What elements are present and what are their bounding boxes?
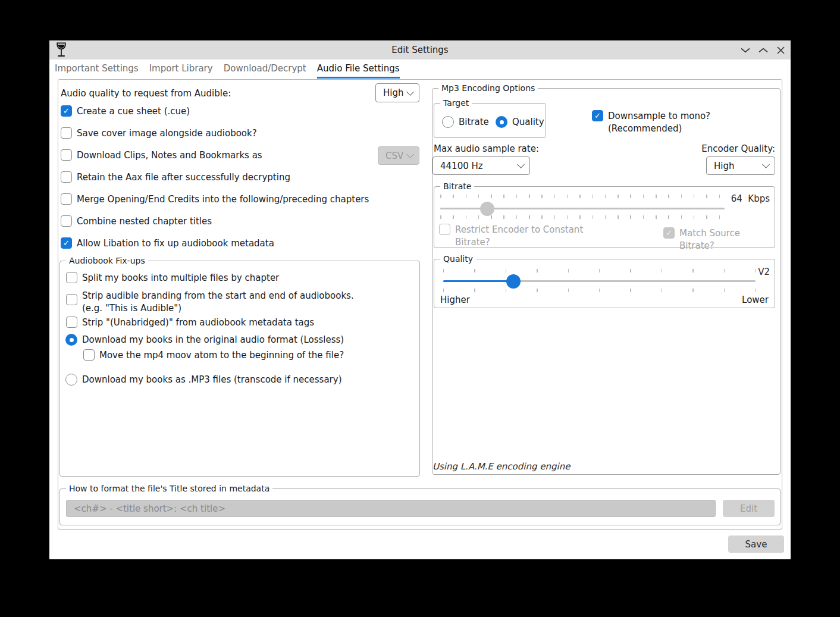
edit-button: Edit bbox=[723, 500, 775, 517]
chevron-down-icon bbox=[741, 48, 750, 53]
option-row: Match Source Bitrate? bbox=[663, 227, 775, 252]
audio-file-settings-panel: Audio quality to request from Audible: H… bbox=[58, 79, 782, 530]
quality-higher-label: Higher bbox=[440, 294, 470, 306]
option-row[interactable]: Retain the Aax file after successfully d… bbox=[61, 171, 290, 184]
sample-rate-value: 44100 Hz bbox=[440, 161, 483, 171]
audio-quality-select[interactable]: High bbox=[375, 83, 419, 102]
option-row[interactable]: Combine nested chapter titles bbox=[61, 215, 212, 228]
sample-rate-label: Max audio sample rate: bbox=[434, 143, 539, 155]
option-row[interactable]: Move the mp4 moov atom to the beginning … bbox=[83, 349, 344, 362]
combine-chapters-label: Combine nested chapter titles bbox=[77, 215, 212, 228]
option-row[interactable]: Strip audible branding from the start an… bbox=[66, 290, 354, 315]
bitrate-legend: Bitrate bbox=[440, 181, 474, 192]
bitrate-slider-thumb bbox=[480, 202, 494, 216]
merge-credits-label: Merge Opening/End Credits into the follo… bbox=[77, 193, 369, 206]
restrict-cbr-label: Restrict Encoder to Constant Bitrate? bbox=[455, 224, 586, 249]
encoder-quality-label: Encoder Quality: bbox=[701, 143, 775, 155]
title-format-input: <ch#> - <title short>: <ch title> bbox=[66, 500, 716, 517]
chevron-down-icon bbox=[406, 88, 414, 96]
save-cover-label: Save cover image alongside audiobook? bbox=[77, 127, 257, 140]
encoding-engine-note: Using L.A.M.E encoding engine bbox=[432, 461, 570, 472]
fixup-metadata-label: Allow Libation to fix up audiobook metad… bbox=[77, 237, 274, 250]
title-format-group: How to format the file's Title stored in… bbox=[59, 488, 781, 525]
moov-atom-checkbox[interactable] bbox=[83, 349, 95, 361]
downsample-mono-checkbox[interactable] bbox=[592, 110, 603, 121]
option-row[interactable]: Strip "(Unabridged)" from audiobook meta… bbox=[66, 317, 314, 329]
option-row[interactable]: Bitrate bbox=[442, 116, 489, 129]
target-legend: Target bbox=[440, 98, 472, 109]
cue-sheet-checkbox[interactable] bbox=[61, 105, 72, 117]
minimize-button[interactable] bbox=[738, 43, 753, 57]
strip-branding-checkbox[interactable] bbox=[66, 294, 77, 305]
tab-audio-file-settings[interactable]: Audio File Settings bbox=[317, 59, 400, 79]
quality-lower-label: Lower bbox=[742, 294, 769, 306]
mp3-encoding-options-legend: Mp3 Encoding Options bbox=[438, 83, 538, 94]
close-icon bbox=[777, 46, 785, 54]
quality-value: V2 bbox=[758, 267, 770, 277]
lossless-label: Download my books in the original audio … bbox=[82, 334, 344, 346]
sample-rate-select[interactable]: 44100 Hz bbox=[432, 156, 530, 175]
title-format-legend: How to format the file's Title stored in… bbox=[66, 483, 272, 494]
save-cover-checkbox[interactable] bbox=[61, 127, 72, 139]
chevron-down-icon bbox=[406, 151, 414, 158]
option-row[interactable]: Downsample to mono? (Recommended) bbox=[592, 110, 780, 135]
retain-aax-label: Retain the Aax file after successfully d… bbox=[77, 171, 290, 184]
option-row[interactable]: Merge Opening/End Credits into the follo… bbox=[61, 193, 369, 206]
match-source-bitrate-checkbox bbox=[663, 227, 675, 239]
window-title: Edit Settings bbox=[49, 45, 791, 55]
audio-quality-value: High bbox=[383, 87, 403, 98]
option-row[interactable]: Create a cue sheet (.cue) bbox=[61, 105, 190, 118]
option-row[interactable]: Download my books in the original audio … bbox=[65, 334, 344, 346]
option-row: Restrict Encoder to Constant Bitrate? bbox=[439, 224, 586, 249]
target-group: Target Bitrate Quality bbox=[434, 103, 546, 138]
strip-branding-label-line1: Strip audible branding from the start an… bbox=[82, 290, 354, 302]
option-row[interactable]: Download Clips, Notes and Bookmarks as bbox=[61, 149, 262, 162]
target-bitrate-radio[interactable] bbox=[442, 116, 454, 128]
download-clips-label: Download Clips, Notes and Bookmarks as bbox=[77, 149, 262, 162]
bitrate-ticks-bottom bbox=[440, 215, 726, 219]
combine-chapters-checkbox[interactable] bbox=[61, 215, 72, 227]
audiobook-fixups-legend: Audiobook Fix-ups bbox=[66, 255, 148, 267]
match-source-bitrate-label: Match Source Bitrate? bbox=[679, 227, 775, 252]
option-row[interactable]: Allow Libation to fix up audiobook metad… bbox=[61, 237, 274, 250]
option-row[interactable]: Split my books into multiple files by ch… bbox=[66, 272, 279, 284]
bitrate-ticks-top bbox=[440, 195, 726, 198]
close-button[interactable] bbox=[773, 43, 788, 57]
option-row[interactable]: Save cover image alongside audiobook? bbox=[61, 127, 257, 140]
target-quality-radio[interactable] bbox=[496, 116, 507, 128]
quality-legend: Quality bbox=[440, 253, 476, 265]
titlebar: Edit Settings bbox=[49, 40, 791, 59]
restrict-cbr-checkbox bbox=[439, 224, 450, 235]
download-clips-checkbox[interactable] bbox=[61, 149, 72, 161]
quality-slider-track[interactable] bbox=[443, 280, 756, 282]
save-button[interactable]: Save bbox=[728, 535, 784, 553]
strip-unabridged-checkbox[interactable] bbox=[66, 317, 77, 328]
split-by-chapter-checkbox[interactable] bbox=[66, 272, 77, 283]
audio-quality-label: Audio quality to request from Audible: bbox=[61, 87, 231, 100]
lossless-radio[interactable] bbox=[65, 334, 77, 346]
edit-settings-window: Edit Settings Important Settings Import … bbox=[49, 40, 791, 559]
target-quality-label: Quality bbox=[512, 116, 544, 129]
option-row[interactable]: Quality bbox=[496, 116, 544, 129]
tab-import-library[interactable]: Import Library bbox=[149, 59, 213, 79]
mp3-files-radio[interactable] bbox=[65, 374, 77, 386]
quality-group: Quality V2 Higher Lower bbox=[434, 259, 775, 308]
quality-slider-thumb[interactable] bbox=[506, 274, 521, 289]
retain-aax-checkbox[interactable] bbox=[61, 171, 72, 183]
quality-ticks-top bbox=[443, 269, 757, 273]
mp3-encoding-options-group: Mp3 Encoding Options Target Bitrate Qual… bbox=[432, 88, 781, 475]
option-row[interactable]: Download my books as .MP3 files (transco… bbox=[65, 374, 342, 386]
strip-branding-label-line2: (e.g. "This is Audible") bbox=[82, 302, 354, 315]
clips-format-select: CSV bbox=[378, 146, 419, 165]
fixup-metadata-checkbox[interactable] bbox=[61, 237, 72, 249]
tab-important-settings[interactable]: Important Settings bbox=[55, 59, 139, 79]
merge-credits-checkbox[interactable] bbox=[61, 193, 72, 205]
encoder-quality-select[interactable]: High bbox=[706, 156, 775, 175]
chevron-up-icon bbox=[758, 48, 768, 53]
chevron-down-icon bbox=[517, 161, 525, 168]
tab-download-decrypt[interactable]: Download/Decrypt bbox=[224, 59, 306, 79]
bitrate-group: Bitrate 64 Kbps Restrict Encoder to Cons… bbox=[434, 186, 775, 248]
encoder-quality-value: High bbox=[714, 161, 734, 171]
maximize-button[interactable] bbox=[756, 43, 771, 57]
downsample-mono-label: Downsample to mono? (Recommended) bbox=[608, 110, 780, 135]
